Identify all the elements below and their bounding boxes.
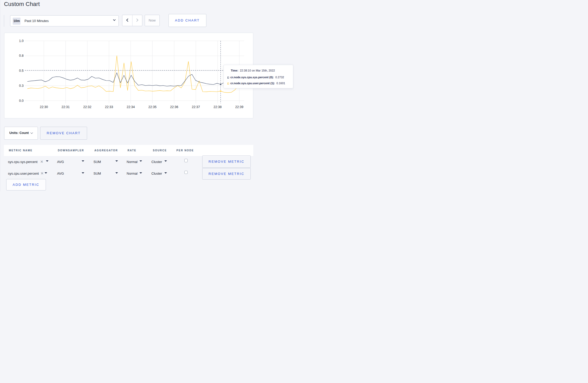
svg-text:0.8: 0.8 — [19, 54, 24, 58]
svg-text:0.3: 0.3 — [19, 84, 24, 88]
svg-text:0.0: 0.0 — [19, 99, 24, 103]
svg-text:22:30: 22:30 — [40, 105, 48, 109]
svg-text:22:39: 22:39 — [235, 105, 243, 109]
svg-text:22:31: 22:31 — [61, 105, 69, 109]
svg-text:22:32: 22:32 — [83, 105, 91, 109]
svg-text:22:38: 22:38 — [214, 105, 222, 109]
svg-text:22:35: 22:35 — [148, 105, 156, 109]
svg-text:22:34: 22:34 — [127, 105, 135, 109]
svg-text:1.0: 1.0 — [19, 39, 24, 43]
svg-text:22:36: 22:36 — [170, 105, 178, 109]
svg-text:22:33: 22:33 — [105, 105, 113, 109]
svg-text:22:37: 22:37 — [192, 105, 200, 109]
svg-text:0.5: 0.5 — [19, 69, 24, 73]
